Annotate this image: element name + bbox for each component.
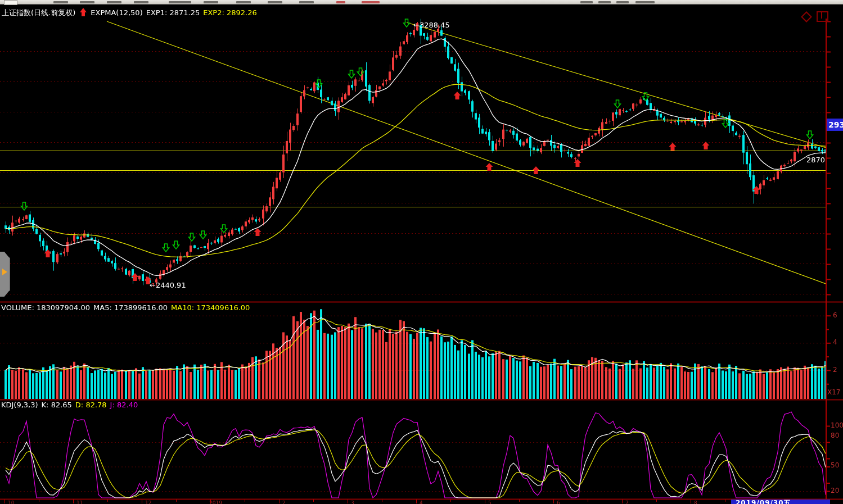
month-label: 2 [282, 500, 286, 504]
month-label: 4 [420, 500, 423, 504]
month-label: 12 [145, 500, 151, 504]
month-label: 7 [625, 500, 629, 504]
symbol-title: 上证指数(日线.前复权) [2, 8, 75, 17]
time-axis[interactable]: 101112201923456789 [0, 500, 843, 504]
up-arrow-icon [80, 8, 87, 16]
chart-canvas[interactable] [0, 0, 843, 504]
kdj-axis-label: 100 [831, 421, 843, 429]
volume-ma10: MA10: 173409616.00 [171, 303, 250, 312]
kdj-d: D: 82.78 [75, 401, 107, 409]
kdj-title: KDJ(9,3,3) [1, 401, 38, 409]
exp1-value: EXP1: 2871.25 [146, 8, 200, 17]
split-window-icon[interactable] [817, 11, 828, 22]
expand-triangle-icon[interactable] [2, 269, 7, 275]
kdj-j: J: 82.40 [110, 401, 138, 409]
peak-annotation: ←3288.45 [413, 21, 450, 30]
vol-scale-label: X17 [827, 388, 841, 396]
vol-axis-label: 6 [833, 311, 837, 319]
volume-value: VOLUME: 183097904.00 [1, 303, 90, 312]
exp2-value: EXP2: 2892.26 [203, 8, 257, 17]
month-label: 6 [557, 500, 560, 504]
month-label: 2019 [209, 500, 222, 504]
main-chart-header: 上证指数(日线.前复权)EXPMA(12,50)EXP1: 2871.25EXP… [2, 8, 260, 17]
month-label: 5 [488, 500, 492, 504]
trough-annotation: ←2440.91 [150, 281, 186, 290]
current-price-tag: 2870 [806, 156, 825, 165]
month-label: 11 [76, 500, 83, 504]
kdj-header: KDJ(9,3,3)K: 82.65D: 82.78J: 82.40 [1, 401, 141, 410]
volume-ma5: MA5: 173899616.00 [93, 303, 168, 312]
month-label: 10 [8, 500, 14, 504]
vol-axis-label: 2 [833, 366, 837, 374]
month-label: 8 [694, 500, 697, 504]
kdj-axis-label: 80 [831, 432, 839, 439]
kdj-axis-label: 20 [831, 487, 839, 494]
kdj-axis-label: 50 [831, 461, 839, 469]
expma-label: EXPMA(12,50) [91, 8, 142, 17]
volume-header: VOLUME: 183097904.00MA5: 173899616.00MA1… [1, 303, 253, 312]
kdj-k: K: 82.65 [42, 401, 72, 409]
vol-axis-label: 4 [833, 338, 837, 346]
marked-price-tag: 293 [827, 119, 843, 131]
date-box: 2019/09/30五 [731, 500, 830, 504]
month-label: 3 [351, 500, 354, 504]
